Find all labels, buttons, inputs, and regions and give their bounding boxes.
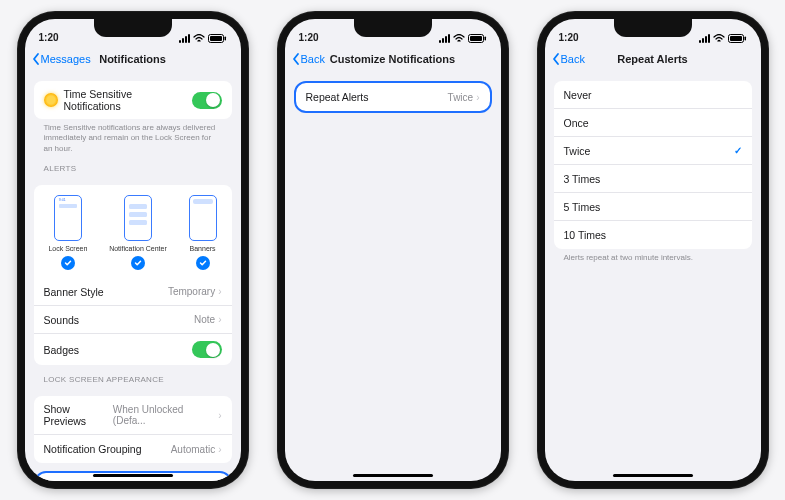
cellular-icon: [439, 34, 450, 43]
row-value: Note: [194, 314, 215, 325]
time-sensitive-footer: Time Sensitive notifications are always …: [34, 119, 232, 154]
status-time: 1:20: [559, 32, 579, 43]
badges-toggle[interactable]: [192, 341, 222, 358]
status-time: 1:20: [299, 32, 319, 43]
svg-rect-5: [470, 36, 482, 41]
svg-rect-7: [744, 37, 746, 41]
alert-option-banners[interactable]: Banners: [189, 195, 217, 270]
option-5times[interactable]: 5 Times: [554, 193, 752, 221]
wifi-icon: [713, 34, 725, 43]
repeat-footer: Alerts repeat at two minute intervals.: [554, 249, 752, 263]
option-label: 10 Times: [564, 229, 607, 241]
option-label: 5 Times: [564, 201, 601, 213]
time-sensitive-icon: [44, 93, 58, 107]
checkmark-icon: [131, 256, 145, 270]
chevron-right-icon: ›: [218, 410, 221, 421]
row-value: Temporary: [168, 286, 215, 297]
nav-bar: Messages Notifications: [25, 45, 241, 73]
alert-label: Banners: [190, 245, 216, 252]
back-button[interactable]: Back: [551, 52, 585, 66]
option-label: 3 Times: [564, 173, 601, 185]
chevron-left-icon: [291, 52, 301, 66]
alerts-panel: 9:41 Lock Screen Notification Center Ban…: [34, 185, 232, 278]
row-value: Automatic: [171, 444, 215, 455]
nav-bar: Back Repeat Alerts: [545, 45, 761, 73]
option-label: Once: [564, 117, 589, 129]
row-value: Twice: [448, 92, 474, 103]
chevron-left-icon: [31, 52, 41, 66]
option-never[interactable]: Never: [554, 81, 752, 109]
cellular-icon: [699, 34, 710, 43]
option-label: Twice: [564, 145, 591, 157]
chevron-right-icon: ›: [218, 444, 221, 455]
home-indicator[interactable]: [613, 474, 693, 477]
checkmark-icon: ✓: [734, 145, 742, 156]
banner-style-row[interactable]: Banner Style Temporary›: [34, 278, 232, 306]
back-label: Messages: [41, 53, 91, 65]
home-indicator[interactable]: [93, 474, 173, 477]
svg-rect-1: [224, 37, 226, 41]
status-time: 1:20: [39, 32, 59, 43]
alert-label: Notification Center: [109, 245, 167, 252]
battery-icon: [468, 34, 487, 43]
row-label: Repeat Alerts: [306, 91, 369, 103]
back-label: Back: [561, 53, 585, 65]
chevron-left-icon: [551, 52, 561, 66]
notification-grouping-row[interactable]: Notification Grouping Automatic›: [34, 435, 232, 463]
row-value: When Unlocked (Defa...: [113, 404, 215, 426]
row-label: Notification Grouping: [44, 443, 142, 455]
checkmark-icon: [61, 256, 75, 270]
row-label: Sounds: [44, 314, 80, 326]
option-once[interactable]: Once: [554, 109, 752, 137]
option-10times[interactable]: 10 Times: [554, 221, 752, 249]
wifi-icon: [453, 34, 465, 43]
repeat-alerts-row[interactable]: Repeat Alerts Twice›: [296, 83, 490, 111]
svg-rect-2: [210, 36, 222, 41]
svg-rect-8: [730, 36, 742, 41]
option-label: Never: [564, 89, 592, 101]
badges-row[interactable]: Badges: [34, 334, 232, 365]
home-indicator[interactable]: [353, 474, 433, 477]
notification-center-preview-icon: [124, 195, 152, 241]
back-button[interactable]: Messages: [31, 52, 91, 66]
battery-icon: [208, 34, 227, 43]
nav-bar: Back Customize Notifications: [285, 45, 501, 73]
lockscreen-preview-icon: 9:41: [54, 195, 82, 241]
back-label: Back: [301, 53, 325, 65]
cellular-icon: [179, 34, 190, 43]
wifi-icon: [193, 34, 205, 43]
option-3times[interactable]: 3 Times: [554, 165, 752, 193]
row-label: Show Previews: [44, 403, 113, 427]
alert-option-lockscreen[interactable]: 9:41 Lock Screen: [48, 195, 87, 270]
chevron-right-icon: ›: [218, 286, 221, 297]
alert-option-center[interactable]: Notification Center: [109, 195, 167, 270]
time-sensitive-label: Time Sensitive Notifications: [64, 88, 192, 112]
show-previews-row[interactable]: Show Previews When Unlocked (Defa...›: [34, 396, 232, 435]
time-sensitive-toggle[interactable]: [192, 92, 222, 109]
svg-rect-4: [484, 37, 486, 41]
row-label: Banner Style: [44, 286, 104, 298]
battery-icon: [728, 34, 747, 43]
chevron-right-icon: ›: [218, 314, 221, 325]
checkmark-icon: [196, 256, 210, 270]
lock-header: LOCK SCREEN APPEARANCE: [34, 365, 232, 388]
alert-label: Lock Screen: [48, 245, 87, 252]
row-label: Badges: [44, 344, 80, 356]
option-twice[interactable]: Twice ✓: [554, 137, 752, 165]
time-sensitive-row[interactable]: Time Sensitive Notifications: [34, 81, 232, 119]
back-button[interactable]: Back: [291, 52, 325, 66]
banner-preview-icon: [189, 195, 217, 241]
sounds-row[interactable]: Sounds Note›: [34, 306, 232, 334]
alerts-header: ALERTS: [34, 154, 232, 177]
chevron-right-icon: ›: [476, 92, 479, 103]
